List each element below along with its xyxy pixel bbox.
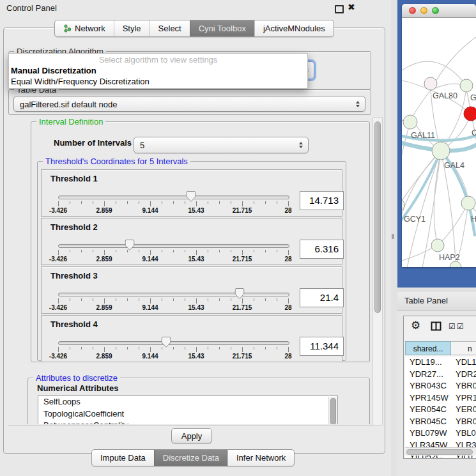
table-row[interactable]: YDR27...YDR2 xyxy=(405,369,476,381)
close-icon[interactable]: ✖ xyxy=(348,2,355,12)
apply-button[interactable]: Apply xyxy=(171,428,212,443)
tab-network[interactable]: Network xyxy=(55,20,114,36)
tick-mark xyxy=(139,250,139,252)
table-cell[interactable]: YPR1 xyxy=(451,392,476,404)
minimize-traffic-light[interactable] xyxy=(420,7,427,14)
control-panel: Control Panel ✖ NetworkStyleSelectCyni T… xyxy=(0,0,391,476)
threshold-value-field[interactable]: 14.713 xyxy=(300,191,344,210)
tick-mark xyxy=(104,347,105,352)
table-data-combobox[interactable]: galFiltered.sif default node xyxy=(13,96,365,112)
checkbox-icon[interactable]: ☑ xyxy=(449,322,456,331)
tick-mark xyxy=(81,347,82,349)
network-node[interactable] xyxy=(432,142,450,160)
tick-mark xyxy=(242,250,243,255)
table-cell[interactable]: YBL0 xyxy=(451,427,476,440)
table-cell[interactable]: YDL1 xyxy=(451,357,476,369)
panel-scrollbar-thumb[interactable] xyxy=(374,121,381,313)
table-cell[interactable]: YDL19... xyxy=(405,357,451,369)
threshold-slider-track[interactable] xyxy=(58,293,289,296)
tick-mark xyxy=(231,347,231,349)
table-panel-body: ⚙ ☑ ☑ shared...n YDL19...YDL1YDR27...YDR… xyxy=(397,311,476,476)
tick-mark xyxy=(219,250,220,252)
checkbox-icon[interactable]: ☑ xyxy=(457,322,464,331)
threshold-slider-track[interactable] xyxy=(58,341,289,345)
network-edge[interactable] xyxy=(413,90,431,116)
table-row[interactable]: YER054CYER0 xyxy=(405,404,476,416)
table-data-value: galFiltered.sif default node xyxy=(20,99,117,109)
table-cell[interactable]: YBR0 xyxy=(451,416,476,428)
number-of-intervals-combobox[interactable]: 5 xyxy=(134,137,309,153)
table-row[interactable]: YPR145WYPR1 xyxy=(405,392,476,404)
attribute-list-item[interactable]: BetweennessCentrality xyxy=(38,420,337,424)
attribute-list-item[interactable]: TopologicalCoefficient xyxy=(38,408,337,420)
algorithm-option-manual[interactable]: Manual Discretization xyxy=(11,66,96,75)
network-view-frame: GAL80GACGAL11GAL4GCY1HHAP2 xyxy=(397,0,476,288)
panel-scrollbar[interactable] xyxy=(372,117,383,426)
algorithm-placeholder: Select algorithm to view settings xyxy=(9,55,307,65)
table-cell[interactable]: YBL079W xyxy=(405,427,451,440)
close-traffic-light[interactable] xyxy=(409,7,416,14)
numerical-attributes-label: Numerical Attributes xyxy=(37,383,118,393)
float-window-icon[interactable] xyxy=(335,5,344,13)
table-cell[interactable]: YBR045C xyxy=(405,416,451,428)
thresholds-group: Threshold's Coordinates for 5 Intervals … xyxy=(37,161,346,361)
splitter-handle[interactable] xyxy=(392,234,394,239)
table-row[interactable]: YBR045CYBR0 xyxy=(405,416,476,428)
tab-impute-data[interactable]: Impute Data xyxy=(92,450,154,466)
slider-ticks: -3.4262.8599.14415.4321.71528 xyxy=(58,201,288,214)
table-hscrollbar-thumb[interactable] xyxy=(406,449,473,455)
table-cell[interactable]: YDR27... xyxy=(405,369,451,381)
column-header[interactable]: n xyxy=(451,341,476,355)
network-node[interactable] xyxy=(403,115,417,129)
tab-style[interactable]: Style xyxy=(114,20,150,36)
tick-mark xyxy=(173,347,174,349)
table-row[interactable]: YBL079WYBL0 xyxy=(405,427,476,440)
tick-label: 9.144 xyxy=(135,207,165,214)
network-canvas[interactable]: GAL80GACGAL11GAL4GCY1HHAP2 xyxy=(402,18,476,267)
table-row[interactable]: YDL19...YDL1 xyxy=(405,357,476,369)
attribute-list-item[interactable]: SelfLoops xyxy=(38,396,337,408)
network-node[interactable] xyxy=(450,261,461,267)
tab-cyni-toolbox[interactable]: Cyni Toolbox xyxy=(190,20,254,36)
tab-select[interactable]: Select xyxy=(150,20,190,36)
network-node[interactable] xyxy=(431,239,444,252)
slider-handle[interactable] xyxy=(234,288,245,300)
zoom-traffic-light[interactable] xyxy=(432,7,439,14)
threshold-value-field[interactable]: 21.4 xyxy=(300,288,344,307)
tick-mark xyxy=(185,347,185,349)
slider-handle[interactable] xyxy=(186,190,196,203)
network-window-titlebar xyxy=(402,4,476,18)
table-hscrollbar[interactable] xyxy=(405,447,476,456)
table-row[interactable]: YBR043CYBR0 xyxy=(405,380,476,392)
tab-infer-network[interactable]: Infer Network xyxy=(227,450,294,466)
tick-mark xyxy=(93,250,93,252)
split-panel-icon[interactable] xyxy=(431,321,441,333)
network-node[interactable] xyxy=(424,77,437,90)
tab-discretize-data[interactable]: Discretize Data xyxy=(154,450,227,466)
table-cell[interactable]: YBR043C xyxy=(405,380,451,392)
list-scrollbar[interactable] xyxy=(328,397,337,424)
tick-label: -3.426 xyxy=(43,304,73,311)
tab-jactivemnodules[interactable]: jActiveMNodules xyxy=(254,20,334,36)
threshold-slider-track[interactable] xyxy=(58,196,289,199)
tick-label: 9.144 xyxy=(135,256,165,263)
table-cell[interactable]: YER054C xyxy=(405,404,451,416)
table-cell[interactable]: YBR0 xyxy=(451,380,476,392)
threshold-value-field[interactable]: 6.316 xyxy=(300,240,344,259)
threshold-slider-track[interactable] xyxy=(58,244,289,248)
table-cell[interactable]: YER0 xyxy=(451,404,476,416)
table-cell[interactable]: YDR2 xyxy=(451,369,476,381)
tick-label: 15.43 xyxy=(181,353,211,360)
gear-icon[interactable]: ⚙ xyxy=(411,319,420,332)
slider-handle[interactable] xyxy=(161,336,171,348)
threshold-value-field[interactable]: 11.344 xyxy=(300,337,344,356)
network-edge[interactable] xyxy=(457,203,468,261)
network-node[interactable] xyxy=(460,79,473,92)
list-scrollbar-thumb[interactable] xyxy=(330,398,336,424)
table-cell[interactable]: YPR145W xyxy=(405,392,451,404)
network-node[interactable] xyxy=(461,196,475,210)
network-node[interactable] xyxy=(464,107,476,121)
algorithm-option-equal-width[interactable]: Equal Width/Frequency Discretization xyxy=(11,77,150,86)
column-header[interactable]: shared... xyxy=(405,341,451,355)
slider-handle[interactable] xyxy=(125,239,135,251)
